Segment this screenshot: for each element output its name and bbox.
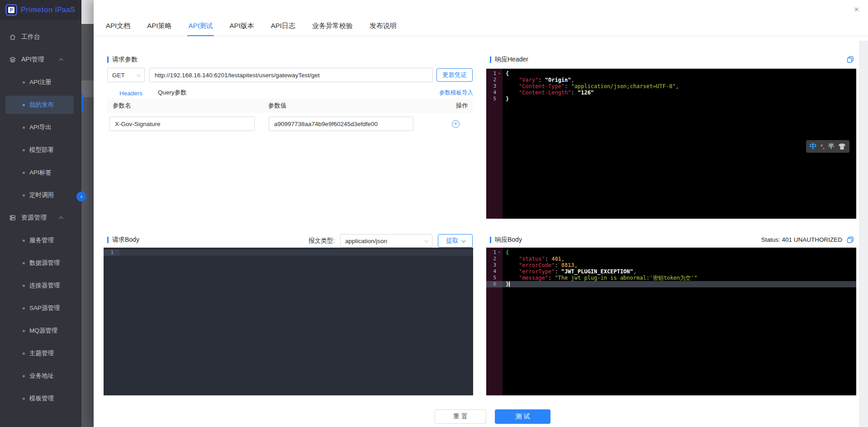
sidebar-item-label: API导出 — [29, 123, 52, 131]
sidebar-item-sap-source-management[interactable]: SAP源管理 — [0, 297, 81, 319]
copy-icon[interactable] — [847, 56, 854, 63]
sidebar-item-label: 数据源管理 — [29, 259, 60, 267]
bullet-icon — [23, 330, 25, 332]
sidebar-item-mq-source-management[interactable]: MQ源管理 — [0, 319, 81, 342]
ime-chinese-mode-indicator[interactable]: 中 — [810, 142, 817, 151]
bullet-icon — [23, 172, 25, 174]
tab-api-doc[interactable]: API文档 — [105, 22, 131, 36]
extract-button[interactable]: 提取 — [438, 234, 473, 248]
chevron-up-icon — [59, 216, 63, 221]
add-param-icon[interactable]: + — [452, 120, 460, 128]
modal-footer: 重 置 测 试 — [435, 409, 550, 424]
param-name-input[interactable] — [109, 117, 255, 131]
column-param-name: 参数名 — [107, 102, 268, 110]
sidebar-item-model-deploy[interactable]: 模型部署 — [0, 139, 81, 161]
content-type-value: application/json — [345, 238, 387, 244]
home-icon — [9, 33, 16, 41]
app-logo-text: Primeton iPaaS — [21, 6, 75, 14]
request-body-editor[interactable]: 1 — [104, 248, 473, 395]
sidebar-item-datasource-management[interactable]: 数据源管理 — [0, 252, 81, 274]
chevron-down-icon — [137, 72, 141, 77]
sidebar: P Primeton iPaaS 工作台 API管理 API注册 我的发布 AP… — [0, 0, 81, 427]
dimmed-background-strip — [81, 0, 94, 427]
title-accent-bar — [490, 237, 491, 243]
copy-icon[interactable] — [847, 236, 854, 244]
chevron-down-icon — [461, 238, 465, 243]
panel-title: 请求参数 — [112, 56, 138, 64]
url-input[interactable] — [149, 68, 433, 82]
bullet-icon — [23, 149, 25, 151]
tab-business-exception-check[interactable]: 业务异常校验 — [311, 22, 354, 36]
test-button[interactable]: 测 试 — [495, 409, 550, 424]
response-status-badge: Status: 401 UNAUTHORIZED — [761, 236, 842, 243]
bullet-icon — [23, 104, 25, 106]
sidebar-item-label: API注册 — [29, 78, 52, 86]
param-table-header: 参数名 参数值 操作 — [107, 99, 473, 113]
response-body-panel: 响应Body Status: 401 UNAUTHORIZED 1▾{2 "st… — [486, 230, 856, 395]
modal-tabs: API文档 API策略 API测试 API版本 API日志 业务异常校验 发布说… — [94, 0, 868, 36]
tab-api-version[interactable]: API版本 — [229, 22, 255, 36]
bullet-icon — [23, 262, 25, 264]
reset-button[interactable]: 重 置 — [435, 409, 486, 424]
update-credential-button[interactable]: 更新凭证 — [436, 68, 473, 82]
ime-punctuation-indicator[interactable]: °, — [821, 143, 825, 150]
layers-icon — [9, 56, 16, 63]
sidebar-collapse-button[interactable]: ‹ — [76, 192, 86, 202]
sidebar-item-api-tag[interactable]: API标签 — [0, 161, 81, 184]
sidebar-item-workbench[interactable]: 工作台 — [0, 26, 81, 48]
response-header-title-row: 响应Header — [490, 56, 853, 64]
bullet-icon — [23, 285, 25, 287]
title-accent-bar — [107, 56, 109, 63]
response-body-editor[interactable]: 1▾{2 "status": 401,3 "errorCode": 8813,4… — [486, 248, 856, 395]
tab-api-policy[interactable]: API策略 — [146, 22, 172, 36]
param-value-input[interactable] — [269, 117, 413, 131]
column-param-value: 参数值 — [268, 102, 445, 110]
sidebar-group-label: API管理 — [21, 56, 44, 64]
content-type-select[interactable]: application/json — [340, 234, 432, 248]
sidebar-item-label: 模型部署 — [29, 146, 54, 154]
sidebar-item-my-publish[interactable]: 我的发布 — [0, 94, 81, 116]
ime-halfwidth-indicator[interactable]: 半 — [828, 142, 835, 150]
sidebar-item-business-address[interactable]: 业务地址 — [0, 365, 81, 387]
bullet-icon — [23, 375, 25, 377]
bullet-icon — [23, 398, 25, 400]
chevron-left-icon: ‹ — [81, 193, 82, 200]
sidebar-item-label: 定时调用 — [29, 191, 54, 199]
ime-toolbar: 中 °, 半 — [806, 140, 849, 153]
sidebar-item-scheduled-call[interactable]: 定时调用 — [0, 184, 81, 206]
dimmed-element-fragment — [81, 80, 94, 97]
chevron-up-icon — [59, 58, 63, 62]
sidebar-item-topic-management[interactable]: 主题管理 — [0, 342, 81, 365]
sidebar-item-service-management[interactable]: 服务管理 — [0, 229, 81, 252]
tab-release-notes[interactable]: 发布说明 — [369, 22, 398, 36]
request-params-panel: 请求参数 GET 更新凭证 Headers Query参数 参数模板导入 参数名… — [104, 50, 473, 219]
method-select[interactable]: GET — [107, 68, 145, 82]
sidebar-item-api-export[interactable]: API导出 — [0, 116, 81, 139]
scrollbar-track[interactable] — [859, 41, 868, 427]
bullet-icon — [23, 81, 25, 84]
method-select-value: GET — [112, 72, 125, 79]
sidebar-item-connector-management[interactable]: 连接器管理 — [0, 274, 81, 297]
request-body-panel: 请求Body 报文类型: application/json 提取 1 — [104, 230, 473, 395]
sidebar-item-label: 我的发布 — [29, 101, 54, 109]
tab-api-test[interactable]: API测试 — [187, 22, 213, 36]
sidebar-item-label: API标签 — [29, 169, 52, 177]
panel-title: 响应Body — [495, 236, 522, 244]
sidebar-item-label: 工作台 — [21, 33, 40, 41]
sidebar-item-label: 业务地址 — [29, 372, 54, 380]
sidebar-item-label: 主题管理 — [29, 349, 54, 357]
sidebar-item-template-management[interactable]: 模板管理 — [0, 387, 81, 410]
request-body-controls: 报文类型: application/json 提取 — [308, 234, 473, 248]
tab-api-log[interactable]: API日志 — [270, 22, 296, 36]
bullet-icon — [23, 307, 25, 310]
sidebar-group-resource-management[interactable]: 资源管理 — [0, 206, 81, 229]
title-accent-bar — [107, 237, 109, 243]
response-header-editor[interactable]: 1▾{2 "Vary": "Origin",3 "Content-Type": … — [486, 69, 856, 219]
sidebar-group-api-management[interactable]: API管理 — [0, 48, 81, 71]
sidebar-item-label: 模板管理 — [29, 394, 54, 403]
sidebar-item-api-register[interactable]: API注册 — [0, 71, 81, 94]
chevron-down-icon — [424, 238, 429, 243]
param-table-row: + — [107, 116, 473, 131]
api-test-modal: × API文档 API策略 API测试 API版本 API日志 业务异常校验 发… — [94, 0, 868, 427]
ime-skin-icon[interactable] — [838, 143, 846, 150]
